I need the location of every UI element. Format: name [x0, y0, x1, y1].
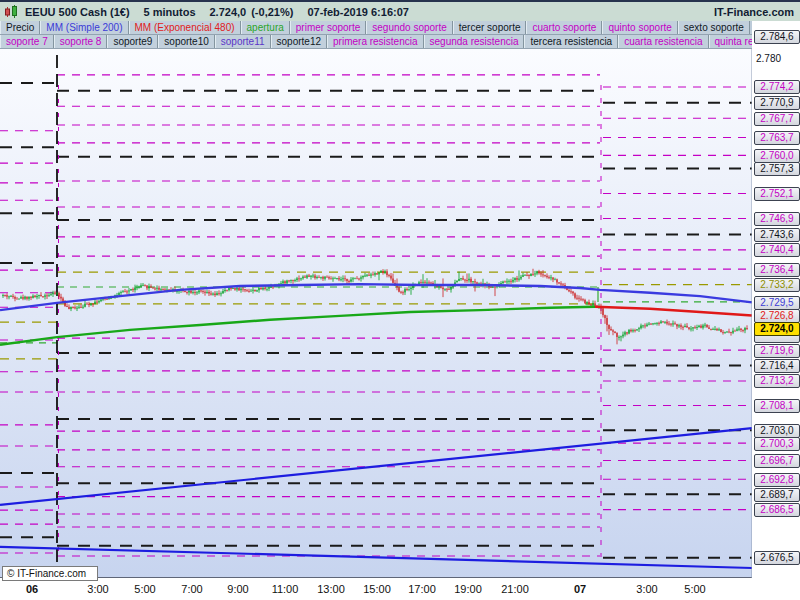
candle-body	[558, 282, 559, 283]
candle-body	[376, 273, 377, 274]
candle-body	[86, 304, 87, 305]
candle-body	[80, 307, 81, 308]
legend-item-soporte12[interactable]: soporte12	[271, 35, 327, 48]
candle-body	[36, 296, 37, 297]
legend-item-primer-soporte[interactable]: primer soporte	[290, 21, 366, 34]
candle-body	[50, 294, 51, 295]
candle-body	[190, 291, 191, 293]
legend-item-segundo-soporte[interactable]: segundo soporte	[366, 21, 453, 34]
legend-item-tercera-resistencia[interactable]: tercera resistencia	[524, 35, 618, 48]
candle-body	[594, 303, 595, 305]
candle-body	[146, 285, 147, 288]
legend-item-tercer-soporte[interactable]: tercer soporte	[453, 21, 527, 34]
candle-body	[734, 331, 735, 332]
legend-item-apertura[interactable]: apertura	[241, 21, 290, 34]
legend-item-soporte9[interactable]: soporte9	[107, 35, 158, 48]
price-level-badge: 2.740,4	[754, 243, 800, 257]
candle-body	[288, 280, 289, 281]
candle-body	[718, 329, 719, 330]
candle-body	[68, 307, 69, 309]
datetime-label: 07-feb-2019 6:16:07	[307, 6, 409, 18]
candle-body	[316, 277, 317, 278]
copyright-text: © IT-Finance.com	[7, 568, 86, 579]
price-level-badge: 2.767,7	[754, 112, 800, 126]
candle-body	[736, 329, 737, 330]
price-level-badge: 2.716,4	[754, 359, 800, 373]
chart-canvas[interactable]	[0, 0, 800, 600]
candle-body	[282, 281, 283, 283]
candle-body	[292, 280, 293, 281]
candle-body	[744, 328, 745, 330]
candle-body	[522, 275, 523, 277]
candle-body	[58, 293, 59, 297]
legend-item-cuarta-resistencia[interactable]: cuarta resistencia	[618, 35, 708, 48]
candle-body	[448, 289, 449, 290]
candle-body	[474, 281, 475, 282]
candle-body	[18, 299, 19, 300]
candle-body	[696, 327, 697, 328]
candle-body	[630, 330, 631, 331]
legend-item-quinto-soporte[interactable]: quinto soporte	[602, 21, 677, 34]
candle-body	[524, 275, 525, 276]
title-bar: EEUU 500 Cash (1€) 5 minutos 2.724,0 (-0…	[0, 0, 800, 21]
candle-body	[212, 294, 213, 295]
candle-body	[654, 323, 655, 324]
candle-body	[232, 288, 233, 289]
candle-body	[348, 281, 349, 282]
candle-body	[422, 282, 423, 283]
candle-body	[636, 329, 637, 330]
candle-body	[30, 297, 31, 298]
candle-body	[626, 332, 627, 333]
candle-body	[56, 293, 57, 294]
candle-body	[502, 282, 503, 283]
legend-item-soporte11[interactable]: soporte11	[215, 35, 271, 48]
legend-item-soporte-8[interactable]: soporte 8	[54, 35, 108, 48]
legend-item-soporte-7[interactable]: soporte 7	[0, 35, 54, 48]
price-level-badge: 2.770,9	[754, 96, 800, 110]
candle-body	[724, 332, 725, 333]
candle-body	[130, 289, 131, 290]
candle-body	[312, 276, 313, 277]
candle-body	[640, 325, 641, 328]
candle-body	[210, 293, 211, 294]
candle-body	[458, 279, 459, 281]
legend-item-quinta-resistencia[interactable]: quinta resistencia	[709, 35, 752, 48]
candle-body	[342, 278, 343, 279]
legend-item-mm-simple-200-[interactable]: MM (Simple 200)	[40, 21, 128, 34]
candle-body	[676, 324, 677, 326]
candle-body	[446, 289, 447, 290]
candle-body	[148, 286, 149, 288]
brand-logo-text: IT-Finance.com	[714, 6, 794, 18]
candle-body	[444, 289, 445, 290]
candle-body	[260, 288, 261, 290]
legend-item-segunda-resistencia[interactable]: segunda resistencia	[424, 35, 525, 48]
price-axis[interactable]: 2.784,62.7802.774,22.770,92.767,72.763,7…	[752, 35, 800, 600]
time-axis-label: 11:00	[272, 583, 299, 595]
candle-body	[370, 274, 371, 275]
time-axis-label: 3:00	[87, 583, 108, 595]
candle-body	[628, 330, 629, 334]
candle-body	[26, 297, 27, 299]
candle-body	[72, 307, 73, 308]
legend-item-primera-resistencia[interactable]: primera resistencia	[327, 35, 423, 48]
candle-body	[646, 325, 647, 326]
legend-item-cuarto-soporte[interactable]: cuarto soporte	[526, 21, 602, 34]
legend-item-precio[interactable]: Precio	[0, 21, 40, 34]
candle-body	[360, 277, 361, 278]
candle-body	[358, 279, 359, 280]
candle-body	[154, 288, 155, 289]
candle-body	[32, 296, 33, 298]
candle-body	[742, 330, 743, 331]
legend-item-soporte10[interactable]: soporte10	[158, 35, 214, 48]
candle-body	[324, 277, 325, 279]
legend-item-sexto-soporte[interactable]: sexto soporte	[678, 21, 750, 34]
legend-item-mm-exponencial-480-[interactable]: MM (Exponencial 480)	[129, 21, 241, 34]
candle-body	[202, 291, 203, 292]
candle-body	[588, 302, 589, 304]
candle-body	[720, 329, 721, 332]
time-axis-label: 5:00	[134, 583, 155, 595]
candle-body	[238, 288, 239, 291]
candle-body	[660, 321, 661, 323]
time-axis[interactable]: 063:005:007:009:0011:0013:0015:0017:0019…	[0, 578, 800, 600]
candle-body	[440, 286, 441, 287]
